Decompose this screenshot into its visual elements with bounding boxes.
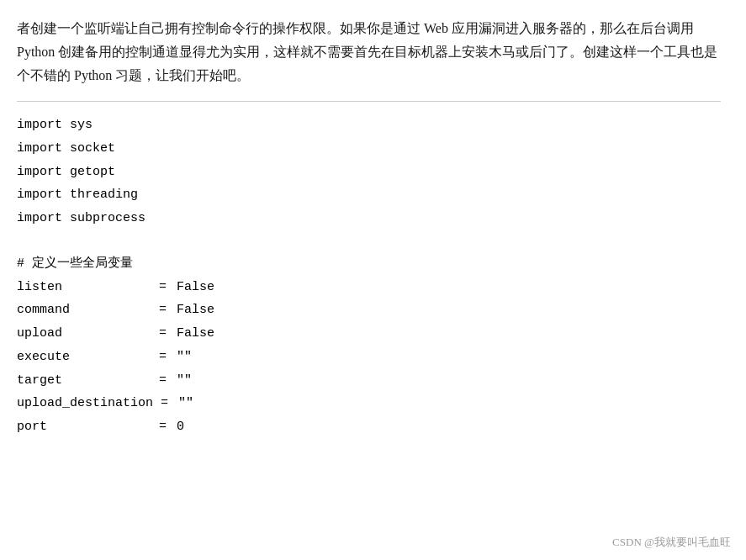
import-line: import threading [17,183,721,207]
var-eq-symbol: = [151,369,177,393]
var-name-label: execute [17,346,151,369]
variable-line: listen = False [17,276,721,299]
code-spacer [17,237,721,252]
variable-line: target = "" [17,369,721,393]
import-line: import getopt [17,161,721,184]
variable-line: execute = "" [17,346,721,369]
import-line: import sys [17,114,721,137]
var-name-label: command [17,298,151,322]
import-line: import subprocess [17,207,721,230]
var-name-label: target [17,369,151,393]
var-value: "" [177,346,192,369]
variable-line: upload = False [17,322,721,346]
variable-line: upload_destination = "" [17,392,721,415]
var-eq-symbol: = [151,415,177,439]
var-name-label: upload [17,322,151,346]
comment-line: # 定义一些全局变量 [17,252,721,276]
globals-section: # 定义一些全局变量 listen = Falsecommand = False… [17,252,721,439]
var-eq-symbol: = [153,392,178,415]
var-value: False [177,298,214,322]
variable-line: port = 0 [17,415,721,439]
variable-line: command = False [17,298,721,322]
var-value: 0 [177,415,184,439]
section-divider [17,101,721,102]
var-value: False [177,322,214,346]
var-eq-symbol: = [151,298,177,322]
intro-paragraph: 者创建一个监听端让自己拥有控制命令行的操作权限。如果你是通过 Web 应用漏洞进… [17,17,721,87]
var-value: False [177,276,214,299]
var-name-label: port [17,415,151,439]
var-eq-symbol: = [151,346,177,369]
var-name-label: listen [17,276,151,299]
var-value: "" [178,392,193,415]
var-name-label: upload_destination [17,392,153,415]
var-value: "" [177,369,192,393]
watermark: CSDN @我就要叫毛血旺 [612,535,731,550]
var-eq-symbol: = [151,322,177,346]
var-eq-symbol: = [151,276,177,299]
import-line: import socket [17,137,721,161]
code-block: import sysimport socketimport getoptimpo… [17,114,721,439]
imports-section: import sysimport socketimport getoptimpo… [17,114,721,230]
